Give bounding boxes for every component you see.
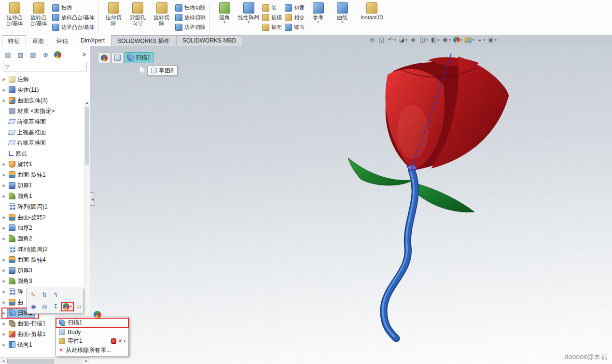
panel-splitter-handle[interactable]: ◀ bbox=[90, 192, 95, 206]
ribbon-tab[interactable]: SOLIDWORKS MBD bbox=[176, 35, 242, 46]
expand-arrow-icon[interactable]: ▶ bbox=[2, 183, 6, 188]
ribbon-tab[interactable]: 特征 bbox=[2, 35, 26, 46]
dynamic-annotation-icon[interactable]: ◈▾ bbox=[410, 36, 417, 43]
hide-icon[interactable]: ◉▾ bbox=[28, 302, 38, 311]
expand-arrow-icon[interactable]: ▶ bbox=[2, 311, 6, 315]
tree-item[interactable]: ▶ 加厚3 bbox=[1, 265, 90, 276]
tree-item[interactable]: ▶ 材质 <未指定> bbox=[1, 106, 90, 116]
appearance-ball-icon[interactable] bbox=[94, 311, 101, 318]
hole-wizard-button[interactable]: 异型孔 向导 bbox=[125, 0, 150, 34]
swept-cut-button[interactable]: 扫描切除 bbox=[174, 3, 207, 13]
expand-arrow-icon[interactable]: ▶ bbox=[2, 332, 6, 336]
view-orientation-icon[interactable]: ◫▾ bbox=[419, 36, 428, 43]
tree-item[interactable]: ▶ 注解 bbox=[1, 74, 90, 84]
previous-view-icon[interactable]: ↶▾ bbox=[387, 36, 396, 43]
section-view-icon[interactable]: ◪▾ bbox=[399, 36, 408, 43]
displaymanager-icon[interactable] bbox=[54, 51, 61, 58]
edit-appearance-icon[interactable]: ▾ bbox=[453, 37, 462, 43]
dropdown-arrow-icon[interactable]: ▾ bbox=[317, 20, 319, 24]
dimxpertmanager-icon[interactable]: ⊕ bbox=[42, 51, 50, 59]
panel-expand-arrow-icon[interactable]: > bbox=[83, 51, 86, 58]
expand-arrow-icon[interactable]: ▶ bbox=[2, 279, 6, 283]
zoom-fit-icon[interactable]: ◎▾ bbox=[369, 36, 376, 43]
lofted-boss-button[interactable]: 放样凸台/基体 bbox=[51, 13, 96, 22]
rib-button[interactable]: 筋 bbox=[261, 3, 283, 13]
scroll-right-arrow-icon[interactable]: ▸ bbox=[83, 358, 90, 364]
expand-arrow-icon[interactable]: ▶ bbox=[2, 268, 6, 273]
swept-boss-button[interactable]: 扫描 bbox=[51, 3, 96, 13]
ribbon-tab[interactable]: 草图 bbox=[26, 35, 50, 46]
expand-arrow-icon[interactable]: ▶ bbox=[2, 258, 6, 262]
intersect-button[interactable]: 相交 bbox=[283, 13, 306, 22]
apply-scene-icon[interactable]: ▾ bbox=[464, 37, 474, 43]
tree-item[interactable]: ▶ 曲面实体(3) bbox=[1, 95, 90, 106]
tree-item[interactable]: ▶ 前视基准面 bbox=[1, 116, 90, 127]
appearance-color-icon[interactable] bbox=[111, 338, 116, 344]
menu-item-body[interactable]: Body bbox=[56, 327, 128, 336]
tree-item[interactable]: ▶ 圆角3 bbox=[1, 276, 90, 286]
expand-arrow-icon[interactable]: ▶ bbox=[2, 77, 6, 82]
tree-item[interactable]: ▶ 曲面-旋转4 bbox=[1, 254, 90, 265]
configurationmanager-icon[interactable]: ▨ bbox=[29, 51, 37, 59]
linear-pattern-button[interactable]: 线性阵列 ▾ bbox=[236, 0, 261, 34]
tree-filter-input[interactable]: ▽ bbox=[3, 62, 87, 71]
menu-item-remove-all[interactable]: ✕ 从此移除所有零... bbox=[56, 346, 128, 355]
tree-item[interactable]: ▶ 加厚2 bbox=[1, 223, 90, 233]
featuremanager-tree-icon[interactable]: ▤ bbox=[4, 51, 12, 59]
expand-arrow-icon[interactable]: ▶ bbox=[2, 194, 6, 198]
dropdown-arrow-icon[interactable]: ▾ bbox=[248, 20, 250, 24]
expand-arrow-icon[interactable]: ▶ bbox=[2, 215, 6, 220]
tree-item[interactable]: ▶ 上视基准面 bbox=[1, 127, 90, 138]
tree-item[interactable]: ▶ 圆角2 bbox=[1, 233, 90, 244]
view-settings-icon[interactable]: ◒▾ bbox=[476, 36, 486, 43]
boundary-boss-button[interactable]: 边界凸台/基体 bbox=[51, 23, 96, 32]
comment-icon[interactable]: ▭▾ bbox=[74, 302, 84, 311]
breadcrumb-appearance[interactable] bbox=[98, 52, 111, 63]
expand-arrow-icon[interactable]: ▶ bbox=[2, 88, 6, 92]
tree-item[interactable]: ▶ 原点 bbox=[1, 148, 90, 159]
fillet-button[interactable]: 圆角 ▾ bbox=[212, 0, 236, 34]
expand-arrow-icon[interactable]: ▶ bbox=[2, 322, 6, 326]
hide-items-icon[interactable]: ◉▾ bbox=[442, 36, 451, 43]
tree-item[interactable]: ▶ 阵列(圆周)1 bbox=[1, 201, 90, 212]
expand-arrow-icon[interactable]: ▶ bbox=[2, 162, 6, 167]
menu-item-sweep1[interactable]: 扫描1 bbox=[56, 318, 128, 327]
collapse-items-icon[interactable]: ↧▾ bbox=[51, 302, 60, 311]
graphics-area[interactable]: 扫描1 草图8 ◀ dooooit@木易 bbox=[90, 46, 612, 364]
extruded-cut-button[interactable]: 拉伸切 除 bbox=[101, 0, 125, 34]
ribbon-tab[interactable]: DimXpert bbox=[74, 35, 111, 46]
wrap-button[interactable]: 包覆 bbox=[283, 3, 306, 13]
lofted-cut-button[interactable]: 放样切割 bbox=[174, 13, 207, 22]
ribbon-tab[interactable]: 评估 bbox=[50, 35, 74, 46]
tree-vertical-scrollbar[interactable]: ▲ bbox=[84, 100, 90, 350]
breadcrumb-body[interactable] bbox=[111, 52, 124, 63]
scroll-up-arrow-icon[interactable]: ▲ bbox=[84, 100, 90, 106]
expand-arrow-icon[interactable]: ▶ bbox=[2, 173, 6, 177]
reorder-features-icon[interactable]: ⇅▾ bbox=[40, 291, 49, 299]
expand-arrow-icon[interactable]: ▶ bbox=[2, 300, 6, 305]
revolved-boss-button[interactable]: 旋转凸 台/基体 bbox=[27, 0, 51, 34]
dropdown-arrow-icon[interactable]: ▾ bbox=[124, 339, 125, 343]
sketch-chip[interactable]: 草图8 bbox=[147, 65, 178, 76]
scrollbar-thumb[interactable] bbox=[85, 107, 89, 165]
revolved-cut-button[interactable]: 旋转切 除 bbox=[150, 0, 174, 34]
scrollbar-track[interactable] bbox=[7, 359, 83, 364]
expand-arrow-icon[interactable]: ▶ bbox=[2, 226, 6, 230]
tree-item[interactable]: ▶ 阵列(圆周)2 bbox=[1, 244, 90, 254]
rollback-icon[interactable]: ↰▾ bbox=[51, 291, 60, 299]
dropdown-arrow-icon[interactable]: ▾ bbox=[341, 20, 343, 24]
draft-button[interactable]: 拔模 bbox=[261, 13, 283, 22]
full-screen-icon[interactable]: ▣▾ bbox=[487, 36, 497, 43]
dropdown-arrow-icon[interactable]: ▾ bbox=[223, 20, 225, 24]
tree-item[interactable]: ▶ 实体(11) bbox=[1, 84, 90, 95]
tree-item[interactable]: ▶ 旋转1 bbox=[1, 159, 90, 169]
remove-appearance-icon[interactable]: ✕ bbox=[118, 338, 122, 344]
shell-button[interactable]: 抽壳 bbox=[261, 23, 283, 32]
tree-item[interactable]: ▶ 曲面-旋转1 bbox=[1, 169, 90, 180]
scroll-left-arrow-icon[interactable]: ◂ bbox=[0, 358, 7, 364]
display-style-icon[interactable]: ◧▾ bbox=[431, 36, 440, 43]
expand-arrow-icon[interactable]: ▶ bbox=[2, 290, 6, 294]
menu-item-part1[interactable]: 零件1 ✕ ▾ bbox=[56, 336, 128, 346]
mirror-button[interactable]: 镜向 bbox=[283, 23, 306, 32]
ribbon-tab[interactable]: SOLIDWORKS 插件 bbox=[111, 35, 176, 46]
